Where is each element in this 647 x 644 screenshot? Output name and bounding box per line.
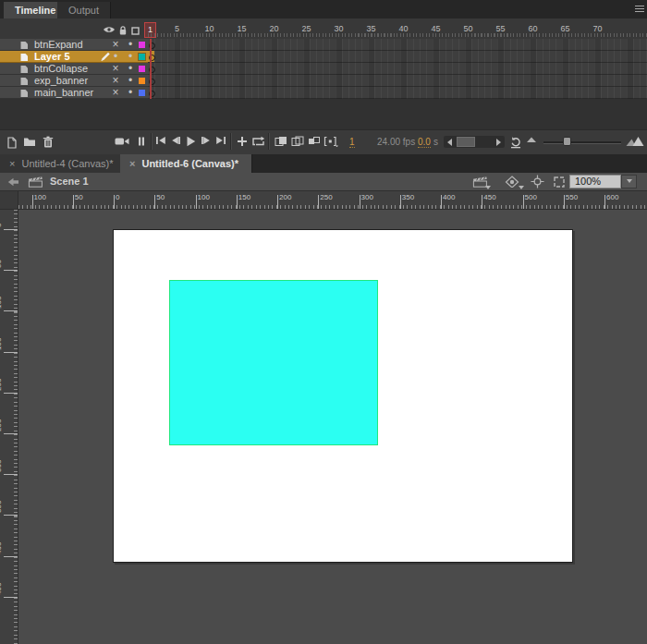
layer-list: btnExpand×•Layer 5••btnCollapse×•exp_ban… [0,39,148,99]
timeline-scrollbar[interactable] [444,136,505,148]
layer-lock-toggle[interactable]: • [125,87,136,98]
frame-grid[interactable] [148,39,647,99]
layer-visibility-toggle[interactable]: × [109,63,122,74]
onion-skin-button[interactable] [275,136,287,147]
layer-row[interactable]: btnCollapse×• [0,63,148,75]
timeline-panel: 510152025303540455055606570 1 btnExpand×… [0,18,647,154]
clip-content-button[interactable] [553,176,566,188]
stage-zoom-dropdown[interactable] [621,175,637,188]
ruler-tick [114,195,115,209]
elapsed-time-value[interactable]: 0.0 [418,137,431,148]
layer-lock-toggle[interactable]: • [125,63,136,74]
layer-lock-toggle[interactable]: • [125,51,136,62]
document-tab-bar: ×Untitled-4 (Canvas)*×Untitled-6 (Canvas… [0,154,647,173]
layer-name[interactable]: btnExpand [34,39,83,50]
center-stage-button[interactable] [531,175,544,188]
onion-skin-outlines-button[interactable] [291,136,304,147]
new-folder-button[interactable] [23,136,36,147]
edit-symbols-button[interactable] [505,176,519,188]
ruler-label: 50 [156,193,165,201]
go-to-last-frame-button[interactable] [215,136,226,145]
layer-outline-color-swatch[interactable] [139,66,145,72]
ruler-tick [604,195,605,209]
loop-playback-icon [251,136,265,147]
layer-name[interactable]: main_banner [34,87,93,98]
delete-layer-icon [43,136,54,149]
scroll-left-icon[interactable] [447,139,452,146]
layer-row[interactable]: exp_banner×• [0,75,148,87]
document-tab[interactable]: ×Untitled-4 (Canvas)* [0,154,127,173]
frame-grid-row[interactable] [148,63,647,75]
play-button[interactable] [186,136,196,147]
edit-scene-button[interactable] [472,176,488,188]
layer-lock-toggle[interactable]: • [125,39,136,50]
layer-outline-color-swatch[interactable] [139,90,145,96]
timeline-zoom-slider-thumb[interactable] [563,137,571,146]
frame-grid-row[interactable] [148,39,647,51]
ruler-tick [4,352,18,353]
layer-visibility-toggle[interactable]: • [109,51,122,62]
vertical-ruler[interactable]: 050100150200250300350400450 [0,210,18,644]
step-forward-button[interactable] [201,136,212,145]
drawn-rectangle[interactable] [169,280,378,445]
go-to-first-frame-button[interactable] [155,136,166,145]
layer-depth-button[interactable] [138,136,145,147]
ruler-tick [441,195,442,209]
outline-icon[interactable] [131,27,140,35]
layer-outline-color-swatch[interactable] [139,54,145,60]
layer-visibility-toggle[interactable]: × [109,87,122,98]
horizontal-ruler[interactable]: 1005005010015020025030035040045050055060… [18,191,647,210]
close-icon[interactable]: × [9,158,15,169]
frame-grid-row[interactable] [148,75,647,87]
reset-timeline-zoom-button[interactable] [509,136,522,149]
timeline-empty-area [0,99,647,129]
zoom-in-timeline-button[interactable] [626,136,645,147]
ruler-tick [4,597,18,598]
ruler-tick [4,310,18,311]
scrollbar-thumb[interactable] [457,137,475,147]
layer-lock-toggle[interactable]: • [125,75,136,86]
document-tab[interactable]: ×Untitled-6 (Canvas)* [120,154,252,173]
layer-depth-icon [138,136,145,147]
step-back-icon [170,136,181,145]
step-back-button[interactable] [170,136,181,145]
layer-outline-color-swatch[interactable] [139,78,145,84]
delete-layer-button[interactable] [43,136,54,149]
zoom-out-timeline-button[interactable] [526,136,537,143]
timeline-zoom-slider[interactable] [543,141,621,144]
current-frame-value[interactable]: 1 [349,137,355,148]
layer-name[interactable]: btnCollapse [34,63,88,74]
tab-output[interactable]: Output [57,2,111,18]
toolbar-separator [151,133,153,150]
ruler-label: 50 [0,260,3,268]
stage-canvas[interactable] [113,229,573,563]
frame-grid-row[interactable] [148,51,647,63]
frame-rate-value[interactable]: 24.00 fps [377,137,415,147]
ruler-tick [4,433,18,434]
frame-grid-row[interactable] [148,87,647,99]
visibility-icon[interactable] [103,25,116,34]
back-arrow-icon[interactable] [7,177,18,187]
layer-name[interactable]: exp_banner [34,75,88,86]
loop-playback-button[interactable] [251,136,265,147]
layer-visibility-toggle[interactable]: × [109,75,122,86]
layer-row[interactable]: btnExpand×• [0,39,148,51]
layer-outline-color-swatch[interactable] [139,42,145,48]
layer-visibility-toggle[interactable]: × [109,39,122,50]
onion-skin-icon [275,136,287,147]
layer-row[interactable]: Layer 5•• [0,51,148,63]
add-camera-button[interactable] [115,136,129,147]
edit-multiple-frames-button[interactable] [308,136,321,147]
center-frame-button[interactable] [237,136,248,147]
modify-markers-button[interactable] [324,136,338,147]
new-layer-button[interactable] [6,136,18,149]
layer-name[interactable]: Layer 5 [34,51,70,62]
lock-icon[interactable] [118,25,128,36]
zoom-in-timeline-icon [626,136,645,147]
panel-menu-icon[interactable] [635,6,644,13]
scroll-right-icon[interactable] [496,139,501,146]
stage-zoom-value[interactable]: 100% [569,175,621,188]
ruler-tick [4,474,18,475]
close-icon[interactable]: × [129,158,135,169]
layer-row[interactable]: main_banner×• [0,87,148,99]
